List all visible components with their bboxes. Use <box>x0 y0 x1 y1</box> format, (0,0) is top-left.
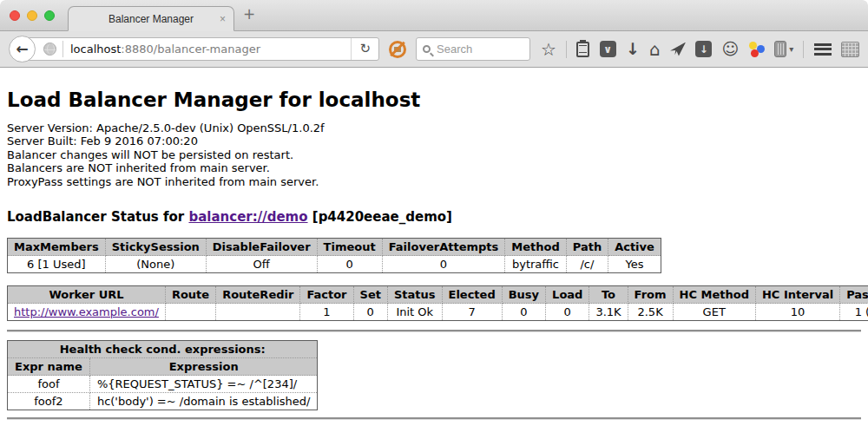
col-load: Load <box>546 286 589 304</box>
persist-notice-line: Balancer changes will NOT be persisted o… <box>7 148 861 161</box>
cell-hc-interval: 10 <box>755 304 839 321</box>
col-maxmembers: MaxMembers <box>8 239 106 256</box>
cell-hc-method: GET <box>673 304 755 321</box>
toolbar-separator <box>803 41 804 58</box>
send-tab-icon[interactable] <box>670 43 686 56</box>
pocket-icon[interactable]: ∨ <box>600 41 616 57</box>
worker-url-link[interactable]: http://www.example.com/ <box>14 305 159 318</box>
server-info: Server Version: Apache/2.5.0-dev (Unix) … <box>7 121 861 188</box>
cell-busy: 0 <box>502 304 545 321</box>
cell-active: Yes <box>608 256 661 273</box>
status-prefix: LoadBalancer Status for <box>7 209 184 225</box>
browser-toolbar: ← localhost:8880/balancer-manager ↻ ☆ ∨ … <box>0 31 868 68</box>
col-hc-interval: HC Interval <box>755 286 839 304</box>
balancer-table-header-row: MaxMembers StickySession DisableFailover… <box>8 239 661 256</box>
col-timeout: Timeout <box>317 239 382 256</box>
cell-path: /c/ <box>566 256 608 273</box>
balancer-status-heading: LoadBalancer Status for balancer://demo … <box>7 209 861 225</box>
browser-titlebar: Balancer Manager × + <box>0 0 868 31</box>
col-busy: Busy <box>502 286 545 304</box>
content-blocker-icon[interactable] <box>389 41 406 58</box>
hc-data-row: foof2 hc('body') =~ /domain is establish… <box>8 393 318 410</box>
col-path: Path <box>566 239 608 256</box>
col-expression: Expression <box>89 358 318 376</box>
col-expr-name: Expr name <box>8 358 90 376</box>
window-controls <box>10 10 55 21</box>
col-disablefailover: DisableFailover <box>206 239 317 256</box>
col-active: Active <box>608 239 661 256</box>
home-icon[interactable]: ⌂ <box>649 41 661 58</box>
server-built-line: Server Built: Feb 9 2016 07:00:20 <box>7 134 861 147</box>
col-to: To <box>589 286 628 304</box>
worker-table-header-row: Worker URL Route RouteRedir Factor Set S… <box>8 286 868 304</box>
tab-close-icon[interactable]: × <box>220 13 226 25</box>
cell-stickysession: (None) <box>105 256 206 273</box>
new-tab-button[interactable]: + <box>243 7 255 22</box>
hc-table-title: Health check cond. expressions: <box>8 341 318 358</box>
reading-list-icon[interactable] <box>576 42 589 57</box>
hc-data-row: foof %{REQUEST_STATUS} =~ /^[234]/ <box>8 376 318 393</box>
col-status: Status <box>387 286 442 304</box>
reload-button[interactable]: ↻ <box>351 38 378 60</box>
col-hc-method: HC Method <box>673 286 755 304</box>
page-title: Load Balancer Manager for localhost <box>7 88 861 111</box>
cell-failoverattempts: 0 <box>382 256 505 273</box>
section-divider <box>7 330 861 332</box>
feedback-smiley-icon[interactable]: ☺ <box>722 41 740 57</box>
downloads-icon[interactable]: ↓ <box>626 41 640 57</box>
col-passes: Passes <box>840 286 868 304</box>
page-bottom-divider <box>7 417 861 420</box>
cell-to: 3.1K <box>589 304 628 321</box>
server-version-line: Server Version: Apache/2.5.0-dev (Unix) … <box>7 121 861 134</box>
cell-set: 0 <box>353 304 387 321</box>
browser-window: Balancer Manager × + ← localhost:8880/ba… <box>0 0 868 426</box>
toolbar-separator <box>566 41 567 58</box>
extension-colordots-icon[interactable] <box>749 42 765 57</box>
cell-from: 2.5K <box>628 304 673 321</box>
worker-table: Worker URL Route RouteRedir Factor Set S… <box>7 285 868 321</box>
page-content: Load Balancer Manager for localhost Serv… <box>0 88 868 420</box>
col-from: From <box>628 286 673 304</box>
cell-worker-url: http://www.example.com/ <box>8 304 166 321</box>
cell-route <box>165 304 215 321</box>
hc-header-row: Expr name Expression <box>8 358 318 376</box>
cell-status: Init Ok <box>387 304 442 321</box>
cell-timeout: 0 <box>317 256 382 273</box>
url-path: :8880/balancer-manager <box>121 43 260 56</box>
keyboard-grid-icon[interactable] <box>841 42 859 57</box>
site-identity-globe-icon[interactable] <box>43 43 56 56</box>
worker-table-data-row: http://www.example.com/ 1 0 Init Ok 7 0 … <box>8 304 868 321</box>
toolbar-buttons: ☆ ∨ ↓ ⌂ ↓ ☺ ▾ <box>541 41 859 58</box>
col-set: Set <box>353 286 387 304</box>
bookmark-star-icon[interactable]: ☆ <box>541 41 556 58</box>
search-bar[interactable] <box>416 37 530 61</box>
hamburger-menu-icon[interactable] <box>814 43 832 56</box>
balancer-link[interactable]: balancer://demo <box>188 209 307 225</box>
search-input[interactable] <box>437 43 515 56</box>
col-failoverattempts: FailoverAttempts <box>382 239 505 256</box>
status-suffix: [p4420eeae_demo] <box>312 209 452 225</box>
col-worker-url: Worker URL <box>8 286 166 304</box>
url-divider <box>62 41 63 57</box>
browser-tab[interactable]: Balancer Manager × <box>68 6 234 31</box>
back-button[interactable]: ← <box>9 36 36 62</box>
window-close-button[interactable] <box>10 10 20 21</box>
cell-expr-name: foof2 <box>8 393 90 410</box>
balancer-table: MaxMembers StickySession DisableFailover… <box>7 238 661 273</box>
cell-expression: %{REQUEST_STATUS} =~ /^[234]/ <box>89 376 318 393</box>
col-route: Route <box>165 286 215 304</box>
col-factor: Factor <box>300 286 353 304</box>
cell-passes: 1 (0) <box>840 304 868 321</box>
cell-elected: 7 <box>442 304 502 321</box>
url-bar[interactable]: localhost:8880/balancer-manager ↻ <box>22 37 379 61</box>
save-page-icon[interactable]: ↓ <box>695 41 712 57</box>
search-icon <box>423 45 431 53</box>
window-zoom-button[interactable] <box>44 10 55 21</box>
col-routeredir: RouteRedir <box>216 286 300 304</box>
proxypass-notice-line: ProxyPass settings are NOT inherited fro… <box>7 175 861 188</box>
window-minimize-button[interactable] <box>27 10 37 21</box>
chevron-down-icon[interactable]: ▾ <box>789 45 793 54</box>
cell-disablefailover: Off <box>206 256 317 273</box>
col-method: Method <box>505 239 566 256</box>
extension-panel-icon[interactable] <box>774 41 786 57</box>
